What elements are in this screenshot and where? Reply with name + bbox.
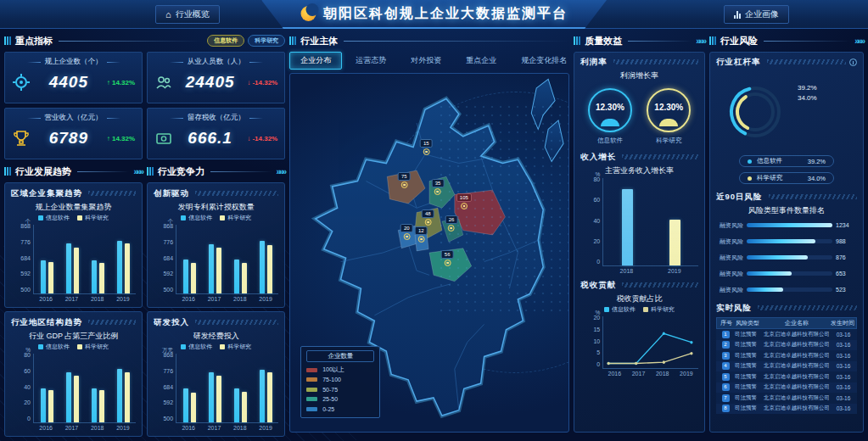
gauge-chart-title: 利润增长率 xyxy=(580,70,698,81)
tab-重点企业[interactable]: 重点企业 xyxy=(455,52,507,70)
section-title: 行业竞争力 xyxy=(158,165,204,178)
table-row[interactable]: 5司法预警北京启迪卓越科技有限公司03-16 xyxy=(716,371,857,382)
slashes-decoration xyxy=(613,59,698,64)
bar xyxy=(125,372,130,422)
stat-card-grid: 规上企业数（个） 4405 ↑ 14.32% 从业人员数（人） 24405 ↓ … xyxy=(4,52,285,159)
expand-chevrons-icon[interactable]: »»» xyxy=(854,36,864,46)
stat-value: 6789 xyxy=(36,129,102,148)
risk-rank-row: 融资风险988 xyxy=(716,233,857,249)
tab-企业分布[interactable]: 企业分布 xyxy=(289,52,342,70)
card-subtitle: 税收贡献 xyxy=(580,280,616,291)
quality-panel: 利润率 利润增长率 12.30% 信息软件 12.30% 科学研究 收入增长 主… xyxy=(574,52,705,433)
info-icon[interactable] xyxy=(849,59,857,66)
card-subtitle: 实时风险 xyxy=(716,303,752,314)
slashes-decoration xyxy=(88,320,136,325)
gauge-info-software: 12.30% 信息软件 xyxy=(588,88,632,145)
chart-tax-share: 税收贡献占比信息软件科学研究%201510502016201720182019 xyxy=(580,293,698,377)
bar xyxy=(216,248,221,293)
table-row[interactable]: 1司法预警北京启迪卓越科技有限公司03-16 xyxy=(716,329,857,340)
stat-delta: ↓ -14.32% xyxy=(247,135,277,142)
stat-label: 营业收入（亿元） xyxy=(45,113,103,123)
bar xyxy=(41,388,46,423)
map-marker-26[interactable]: 26 xyxy=(445,215,458,232)
bar xyxy=(242,263,247,293)
card-rnd: 研发投入 研发经费投入信息软件科学研究万元8687766845925002016… xyxy=(147,311,285,437)
section-dev-trend: 行业发展趋势 »»» xyxy=(4,164,143,179)
tab-对外投资[interactable]: 对外投资 xyxy=(400,52,452,70)
stat-card-employees: 从业人员数（人） 24405 ↓ -14.32% xyxy=(147,52,285,103)
expand-chevrons-icon[interactable]: »»» xyxy=(133,167,143,176)
section-marker-icon xyxy=(289,36,296,45)
stat-label: 规上企业数（个） xyxy=(45,57,103,67)
leverage-legend-science: 科学研究 34.0% xyxy=(739,172,834,184)
nav-right-label: 企业画像 xyxy=(745,8,779,20)
section-industry-body: 行业主体 xyxy=(289,33,569,48)
gauge-science-research: 12.30% 科学研究 xyxy=(647,88,691,145)
bar xyxy=(191,393,196,422)
table-row[interactable]: 3司法预警北京启迪卓越科技有限公司03-16 xyxy=(716,350,857,361)
section-risk: 行业风险 »»» xyxy=(709,33,864,48)
map-marker-20[interactable]: 20 xyxy=(400,224,413,240)
bar xyxy=(234,388,239,422)
table-row[interactable]: 4司法预警北京启迪卓越科技有限公司03-16 xyxy=(716,361,857,372)
table-row[interactable]: 2司法预警北京启迪卓越科技有限公司03-16 xyxy=(716,340,857,351)
map-marker-56[interactable]: 56 xyxy=(441,250,454,266)
map-marker-105[interactable]: 105 xyxy=(456,193,472,209)
map-marker-15[interactable]: 15 xyxy=(420,139,433,155)
bar xyxy=(260,370,265,423)
map-legend: 企业数量 100以上75-10050-7525-500-25 xyxy=(300,346,380,419)
stat-card-tax: 留存税收（亿元） 666.1 ↓ -14.32% xyxy=(147,108,285,159)
map-marker-75[interactable]: 75 xyxy=(398,172,411,188)
nav-tab-industry-overview[interactable]: ⌂ 行业概览 xyxy=(155,5,220,24)
legend-item: 25-50 xyxy=(306,394,374,405)
bar xyxy=(99,390,104,422)
chart-patents: 发明专利累计授权数量信息软件科学研究个868776684592500201620… xyxy=(154,199,278,303)
divider xyxy=(59,41,203,42)
expand-chevrons-icon[interactable]: »»» xyxy=(277,167,286,176)
stat-value: 24405 xyxy=(178,73,242,92)
section-competitiveness: 行业竞争力 »»» xyxy=(147,164,285,179)
dot-icon xyxy=(748,159,752,164)
bar xyxy=(216,376,221,422)
map-marker-48[interactable]: 48 xyxy=(422,209,434,226)
bar xyxy=(183,388,188,422)
card-subtitle: 行业地区结构趋势 xyxy=(11,317,82,328)
map-marker-35[interactable]: 35 xyxy=(432,179,445,195)
tab-规企变化排名[interactable]: 规企变化排名 xyxy=(510,52,578,70)
map-marker-12[interactable]: 12 xyxy=(415,226,428,243)
expand-chevrons-icon[interactable]: »»» xyxy=(696,36,705,46)
bar xyxy=(622,189,633,265)
stat-value: 666.1 xyxy=(178,129,242,148)
section-title: 行业发展趋势 xyxy=(15,165,71,178)
slashes-decoration xyxy=(195,320,278,325)
nav-tab-enterprise-portrait[interactable]: 企业画像 xyxy=(724,5,789,24)
center-column: 行业主体 企业分布运营态势对外投资重点企业规企变化排名 xyxy=(289,33,569,433)
risk90-section: 近90日风险 风险类型事件数量排名融资风险1234融资风险988融资风险876融… xyxy=(716,191,857,298)
card-subtitle: 近90日风险 xyxy=(716,192,763,203)
card-subtitle: 研发投入 xyxy=(154,317,189,328)
risk-rank-row: 融资风险876 xyxy=(716,249,857,265)
income-growth-section: 收入增长 主营业务收入增长率%80604020020182019 xyxy=(580,151,698,275)
table-row[interactable]: 6司法预警北京启迪卓越科技有限公司03-16 xyxy=(716,382,857,394)
stat-label: 留存税收（亿元） xyxy=(188,113,245,123)
filter-科学研究[interactable]: 科学研究 xyxy=(248,35,285,47)
chart-rnd-spending: 研发经费投入信息软件科学研究万元868776684592500201620172… xyxy=(154,328,278,432)
tab-运营态势[interactable]: 运营态势 xyxy=(344,52,397,70)
table-row[interactable]: 7司法预警北京启迪卓越科技有限公司03-16 xyxy=(716,393,857,404)
filter-信息软件[interactable]: 信息软件 xyxy=(207,35,244,47)
divider xyxy=(628,41,692,42)
bar xyxy=(125,243,130,293)
home-icon: ⌂ xyxy=(165,10,171,20)
bar xyxy=(191,263,196,293)
card-subtitle: 区域企业集聚趋势 xyxy=(11,188,82,199)
risk-column: 行业风险 »»» 行业杠杆率 39.2% 34.0% 信息软件 xyxy=(709,33,864,433)
section-marker-icon xyxy=(4,167,11,176)
table-row[interactable]: 8司法预警北京启迪卓越科技有限公司03-16 xyxy=(716,404,857,415)
bar-chart-icon xyxy=(734,11,741,19)
tab-bar: 企业分布运营态势对外投资重点企业规企变化排名 xyxy=(289,52,569,70)
platform-logo-icon xyxy=(300,6,316,21)
section-title: 质量效益 xyxy=(585,35,622,47)
chart-risk-ranking: 风险类型事件数量排名融资风险1234融资风险988融资风险876融资风险653融… xyxy=(716,205,857,298)
stat-card-enterprises: 规上企业数（个） 4405 ↑ 14.32% xyxy=(4,52,143,103)
card-subtitle: 创新驱动 xyxy=(154,188,189,199)
